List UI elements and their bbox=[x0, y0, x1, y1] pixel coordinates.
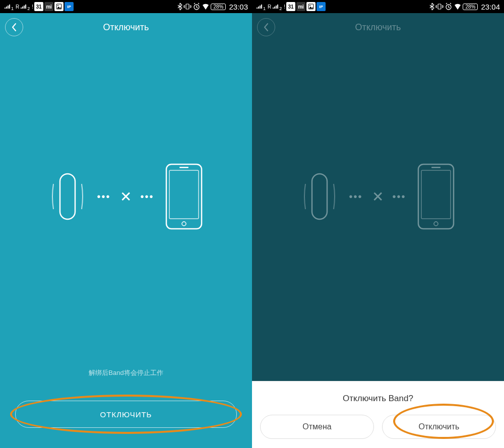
mi-app-icon: mi bbox=[44, 2, 53, 11]
dots-icon: ••• bbox=[141, 191, 154, 203]
calendar-icon: 31 bbox=[286, 2, 295, 11]
screenshot-right: 1 R 2 ! 31 mi IP bbox=[252, 0, 504, 448]
confirm-disconnect-button[interactable]: Отключить bbox=[382, 415, 496, 439]
battery-icon: 28% bbox=[211, 4, 226, 10]
dots-icon: ••• bbox=[97, 191, 110, 203]
status-left-icons: 1 R 2 ! 31 mi IP bbox=[4, 2, 74, 11]
dots-icon: ••• bbox=[349, 191, 362, 203]
chevron-left-icon bbox=[263, 23, 269, 32]
confirm-button-label: Отключить bbox=[419, 422, 460, 431]
svg-point-16 bbox=[434, 222, 438, 226]
bluetooth-icon bbox=[177, 3, 182, 11]
svg-rect-4 bbox=[60, 174, 75, 219]
hint-text: 解绑后Band将会停止工作 bbox=[0, 368, 252, 377]
wifi-icon bbox=[202, 3, 210, 10]
dots-icon: ••• bbox=[393, 191, 406, 203]
signal-1-icon bbox=[256, 4, 263, 10]
bluetooth-icon bbox=[429, 3, 434, 11]
image-icon bbox=[54, 2, 64, 11]
svg-rect-2 bbox=[186, 4, 189, 9]
dialog-buttons: Отмена Отключить bbox=[260, 415, 496, 439]
status-bar: 1 R 2 ! 31 mi IP bbox=[0, 0, 252, 13]
svg-point-7 bbox=[182, 222, 186, 226]
disconnect-button[interactable]: ОТКЛЮЧИТЬ bbox=[15, 401, 237, 428]
back-button[interactable] bbox=[5, 18, 23, 36]
alarm-icon bbox=[445, 3, 453, 11]
status-right-icons: 28% 23:03 bbox=[177, 3, 248, 11]
svg-rect-8 bbox=[179, 167, 188, 168]
band-icon bbox=[47, 164, 88, 229]
phone-app-icon: IP bbox=[65, 2, 74, 11]
image-icon bbox=[306, 2, 316, 11]
svg-rect-13 bbox=[312, 174, 327, 219]
svg-rect-14 bbox=[418, 164, 454, 229]
phone-icon bbox=[163, 161, 205, 232]
page-title: Отключить bbox=[103, 22, 149, 33]
phone-icon bbox=[415, 161, 457, 232]
page-title: Отключить bbox=[355, 22, 401, 33]
svg-rect-11 bbox=[438, 4, 441, 9]
cancel-button-label: Отмена bbox=[302, 422, 331, 431]
signal-2-icon bbox=[20, 4, 27, 10]
svg-rect-15 bbox=[421, 170, 451, 219]
signal-1-icon bbox=[4, 4, 11, 10]
svg-rect-5 bbox=[166, 164, 202, 229]
vibrate-icon bbox=[183, 3, 192, 10]
screenshot-left: 1 R 2 ! 31 mi IP bbox=[0, 0, 252, 448]
unpair-illustration: ••• ✕ ••• bbox=[252, 161, 504, 232]
band-icon bbox=[299, 164, 340, 229]
back-button bbox=[257, 18, 275, 36]
signal-2-icon bbox=[272, 4, 279, 10]
app-header: Отключить bbox=[0, 13, 252, 41]
x-icon: ✕ bbox=[372, 188, 384, 205]
svg-rect-17 bbox=[431, 167, 440, 168]
status-bar: 1 R 2 ! 31 mi IP bbox=[252, 0, 504, 13]
unpair-illustration: ••• ✕ ••• bbox=[0, 161, 252, 232]
phone-app-icon: IP bbox=[317, 2, 326, 11]
battery-icon: 28% bbox=[463, 4, 478, 10]
svg-point-10 bbox=[309, 5, 310, 6]
svg-rect-6 bbox=[169, 170, 199, 219]
clock: 23:03 bbox=[229, 3, 248, 11]
wifi-icon bbox=[454, 3, 462, 10]
dialog-title: Отключить Band? bbox=[260, 394, 496, 404]
disconnect-button-label: ОТКЛЮЧИТЬ bbox=[100, 410, 152, 419]
chevron-left-icon bbox=[11, 23, 17, 32]
status-left-icons: 1 R 2 ! 31 mi IP bbox=[256, 2, 326, 11]
cancel-button[interactable]: Отмена bbox=[260, 415, 374, 439]
app-header: Отключить bbox=[252, 13, 504, 41]
status-right-icons: 28% 23:04 bbox=[429, 3, 500, 11]
alarm-icon bbox=[193, 3, 201, 11]
vibrate-icon bbox=[435, 3, 444, 10]
svg-point-1 bbox=[57, 5, 58, 6]
calendar-icon: 31 bbox=[34, 2, 43, 11]
confirm-dialog: Отключить Band? Отмена Отключить bbox=[252, 381, 504, 448]
clock: 23:04 bbox=[481, 3, 500, 11]
x-icon: ✕ bbox=[120, 188, 132, 205]
mi-app-icon: mi bbox=[296, 2, 305, 11]
